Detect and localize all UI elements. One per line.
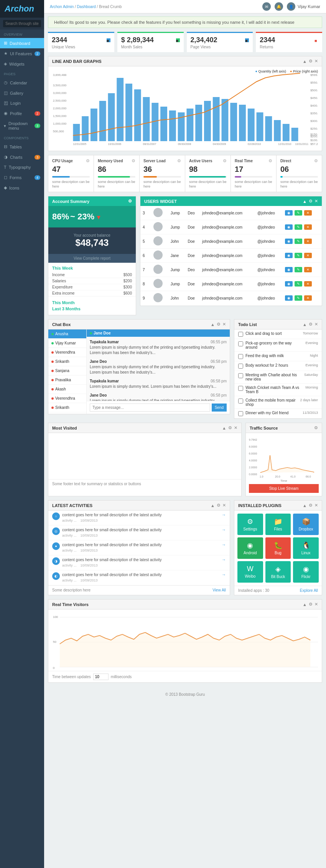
plugin-item[interactable]: 📁 Files <box>265 514 291 535</box>
sidebar-item-dashboard[interactable]: ⊞ Dashboard <box>0 38 44 48</box>
user-delete-btn[interactable]: ✕ <box>304 224 312 230</box>
most-visited-up-btn[interactable]: ▲ <box>222 425 226 430</box>
account-summary-settings-icon[interactable]: ⚙ <box>128 199 132 204</box>
plugin-item[interactable]: ◉ Android <box>237 537 263 559</box>
sidebar-item-widgets[interactable]: ◈ Widgets <box>0 59 44 69</box>
user-edit-btn[interactable]: ✎ <box>295 295 302 301</box>
chat-contact-srikanth[interactable]: Srikanth <box>48 357 86 366</box>
user-edit-btn[interactable]: ✎ <box>295 210 302 216</box>
chat-contact-sanjana[interactable]: Sanjana <box>48 366 86 376</box>
plugins-close-btn[interactable]: ✕ <box>314 503 318 508</box>
traffic-settings-btn[interactable]: ⚙ <box>314 425 318 430</box>
chat-contact-akash[interactable]: Akash <box>48 385 86 394</box>
sidebar-item-calendar[interactable]: ◷ Calendar <box>0 77 44 88</box>
user-view-btn[interactable]: ◉ <box>285 224 293 230</box>
sidebar-item-dropdown[interactable]: ▾ Dropdown menu 3 <box>0 119 44 133</box>
realtime-up-btn[interactable]: ▲ <box>303 602 307 607</box>
chat-up-btn[interactable]: ▲ <box>211 322 215 327</box>
mini-stat-settings-icon[interactable]: ⚙ <box>314 158 318 163</box>
chat-settings-btn[interactable]: ⚙ <box>217 322 221 327</box>
plugin-item[interactable]: ⚙ Settings <box>237 514 263 535</box>
chat-contact-veerendhra2[interactable]: Veerendhra <box>48 394 86 403</box>
breadcrumb-admin[interactable]: Archon Admin <box>50 5 74 9</box>
plugin-item[interactable]: ◉ Flickr <box>293 561 319 583</box>
panel-up-btn[interactable]: ▲ <box>303 59 307 64</box>
mini-stat-settings-icon[interactable]: ⚙ <box>86 158 90 163</box>
user-edit-btn[interactable]: ✎ <box>295 224 302 230</box>
mini-stat-settings-icon[interactable]: ⚙ <box>177 158 181 163</box>
activities-settings-btn[interactable]: ⚙ <box>217 503 221 508</box>
user-delete-btn[interactable]: ✕ <box>304 281 312 287</box>
sidebar-item-forms[interactable]: ◻ Forms 4 <box>0 172 44 183</box>
realtime-interval-input[interactable] <box>93 674 109 680</box>
chat-send-button[interactable]: Send <box>212 404 227 412</box>
user-view-btn[interactable]: ◉ <box>285 267 293 272</box>
activities-close-btn[interactable]: ✕ <box>222 503 226 508</box>
mini-stat-settings-icon[interactable]: ⚙ <box>268 158 272 163</box>
user-delete-btn[interactable]: ✕ <box>304 253 312 258</box>
last-3-months-link[interactable]: Last 3 Months <box>52 306 132 312</box>
user-view-btn[interactable]: ◉ <box>285 253 293 258</box>
users-widget-settings-btn[interactable]: ⚙ <box>309 199 313 204</box>
todo-close-btn[interactable]: ✕ <box>314 322 318 327</box>
explore-all-link[interactable]: Explore All <box>300 588 318 593</box>
chat-contact-pravalika[interactable]: Pravalika <box>48 376 86 385</box>
todo-checkbox[interactable] <box>238 411 243 416</box>
account-view-report-link[interactable]: View Complete report <box>48 254 136 263</box>
user-edit-btn[interactable]: ✎ <box>295 267 302 272</box>
sidebar-item-gallery[interactable]: ◫ Gallery <box>0 88 44 98</box>
chat-contact-anusha[interactable]: Anusha <box>48 329 86 339</box>
user-delete-btn[interactable]: ✕ <box>304 295 312 301</box>
plugin-item[interactable]: ◈ Bit Buck <box>265 561 291 583</box>
users-widget-close-btn[interactable]: ✕ <box>314 199 318 204</box>
plugin-item[interactable]: 📦 Dropbox <box>293 514 319 535</box>
todo-checkbox[interactable] <box>238 354 243 359</box>
plugin-item[interactable]: 🐧 Linux <box>293 537 319 559</box>
todo-checkbox[interactable] <box>238 332 243 337</box>
todo-checkbox[interactable] <box>238 399 243 404</box>
plugin-item[interactable]: 🐛 Bug <box>265 537 291 559</box>
chat-contact-vijaykumar[interactable]: Vijay Kumar <box>48 339 86 348</box>
mini-stat-settings-icon[interactable]: ⚙ <box>223 158 227 163</box>
sidebar-item-profile[interactable]: ◉ Profile 2 <box>0 108 44 119</box>
most-visited-settings-btn[interactable]: ⚙ <box>228 425 232 430</box>
this-month-link[interactable]: This Month <box>52 300 132 306</box>
user-view-btn[interactable]: ◉ <box>285 239 293 244</box>
panel-settings-btn[interactable]: ⚙ <box>309 59 313 64</box>
plugins-settings-btn[interactable]: ⚙ <box>309 503 313 508</box>
stop-stream-button[interactable]: Stop Live Stream <box>249 484 319 493</box>
bell-icon[interactable]: 🔔 <box>275 2 283 11</box>
mail-icon[interactable]: ✉ <box>262 2 271 11</box>
plugins-up-btn[interactable]: ▲ <box>303 503 307 508</box>
user-delete-btn[interactable]: ✕ <box>304 267 312 272</box>
view-all-link[interactable]: View All <box>212 588 226 592</box>
user-delete-btn[interactable]: ✕ <box>304 210 312 216</box>
todo-checkbox[interactable] <box>238 364 243 369</box>
plugin-item[interactable]: W Weibo <box>237 561 263 583</box>
todo-settings-btn[interactable]: ⚙ <box>309 322 313 327</box>
user-view-btn[interactable]: ◉ <box>285 295 293 301</box>
panel-close-btn[interactable]: ✕ <box>314 59 318 64</box>
realtime-close-btn[interactable]: ✕ <box>314 602 318 607</box>
most-visited-close-btn[interactable]: ✕ <box>234 425 237 430</box>
user-menu[interactable]: 👤 Vijay Kumar <box>287 2 320 11</box>
breadcrumb-dashboard[interactable]: Dashboard <box>77 5 96 9</box>
user-view-btn[interactable]: ◉ <box>285 210 293 216</box>
chat-contact-veerendhra[interactable]: Veerendhra <box>48 348 86 357</box>
chat-contact-srikanth2[interactable]: Srikanth <box>48 403 86 412</box>
user-edit-btn[interactable]: ✎ <box>295 253 302 258</box>
realtime-settings-btn[interactable]: ⚙ <box>309 602 313 607</box>
todo-checkbox[interactable] <box>238 341 243 346</box>
user-delete-btn[interactable]: ✕ <box>304 239 312 244</box>
search-input[interactable] <box>3 20 41 27</box>
sidebar-item-tables[interactable]: ⊟ Tables <box>0 142 44 152</box>
todo-checkbox[interactable] <box>238 386 243 391</box>
chat-message-input[interactable] <box>90 404 210 412</box>
todo-up-btn[interactable]: ▲ <box>303 322 307 327</box>
users-widget-up-btn[interactable]: ▲ <box>303 199 307 204</box>
sidebar-item-charts[interactable]: ◑ Charts 3 <box>0 152 44 162</box>
user-view-btn[interactable]: ◉ <box>285 281 293 287</box>
user-edit-btn[interactable]: ✎ <box>295 281 302 287</box>
sidebar-item-icons[interactable]: ◆ Icons <box>0 183 44 193</box>
mini-stat-settings-icon[interactable]: ⚙ <box>132 158 135 163</box>
